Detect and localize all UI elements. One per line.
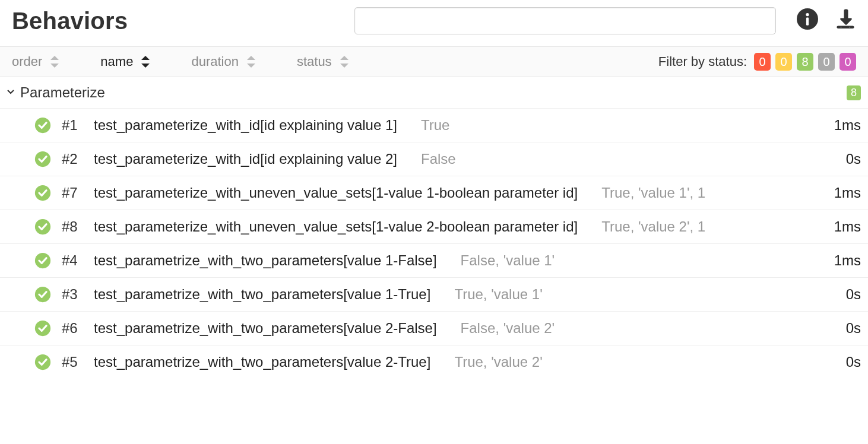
filter-skipped[interactable]: 0 bbox=[818, 53, 835, 71]
svg-point-7 bbox=[35, 185, 50, 201]
svg-point-11 bbox=[35, 321, 50, 336]
info-icon[interactable] bbox=[797, 8, 818, 33]
filter-label: Filter by status: bbox=[658, 54, 747, 69]
search-input[interactable] bbox=[354, 7, 776, 34]
sorter-label: order bbox=[12, 54, 42, 69]
test-order: #5 bbox=[62, 354, 83, 370]
filter-passed[interactable]: 8 bbox=[797, 53, 813, 71]
status-passed-icon bbox=[34, 151, 51, 167]
test-row[interactable]: #1 test_parameterize_with_id[id explaini… bbox=[0, 108, 868, 142]
test-params: True bbox=[421, 117, 449, 134]
test-order: #4 bbox=[62, 252, 83, 269]
test-row[interactable]: #7 test_parameterize_with_uneven_value_s… bbox=[0, 176, 868, 210]
sorter-name[interactable]: name bbox=[100, 54, 150, 69]
test-name: test_parametrize_with_two_parameters[val… bbox=[94, 354, 430, 370]
svg-point-6 bbox=[35, 151, 50, 167]
status-passed-icon bbox=[34, 117, 51, 134]
search-box bbox=[354, 7, 776, 34]
chevron-down-icon bbox=[5, 84, 17, 101]
status-passed-icon bbox=[34, 252, 51, 269]
svg-point-3 bbox=[841, 27, 841, 27]
test-order: #1 bbox=[62, 117, 83, 134]
sort-filter-bar: order name duration status Filter by sta… bbox=[0, 46, 868, 77]
test-name: test_parameterize_with_uneven_value_sets… bbox=[94, 185, 578, 201]
sorter-duration[interactable]: duration bbox=[191, 54, 255, 69]
status-passed-icon bbox=[34, 185, 51, 201]
test-order: #3 bbox=[62, 286, 83, 303]
sorter-label: duration bbox=[191, 54, 239, 69]
test-row[interactable]: #5 test_parametrize_with_two_parameters[… bbox=[0, 345, 868, 379]
sorter-label: status bbox=[297, 54, 332, 69]
svg-point-12 bbox=[35, 354, 50, 370]
test-params: True, 'value 2' bbox=[454, 354, 542, 370]
test-duration: 0s bbox=[846, 354, 861, 370]
test-name: test_parameterize_with_id[id explaining … bbox=[94, 151, 397, 167]
sorter-order[interactable]: order bbox=[12, 54, 59, 69]
test-duration: 0s bbox=[846, 151, 861, 167]
test-duration: 1ms bbox=[834, 252, 861, 269]
filter-unknown[interactable]: 0 bbox=[840, 53, 856, 71]
page-header: Behaviors bbox=[0, 0, 868, 46]
sort-icon bbox=[50, 56, 59, 68]
header-action-icons bbox=[797, 8, 856, 33]
test-order: #8 bbox=[62, 218, 83, 235]
test-order: #6 bbox=[62, 320, 83, 337]
download-icon[interactable] bbox=[835, 8, 856, 33]
test-name: test_parameterize_with_uneven_value_sets… bbox=[94, 218, 578, 235]
svg-point-5 bbox=[35, 118, 50, 133]
sort-icon bbox=[141, 56, 150, 68]
filter-broken[interactable]: 0 bbox=[775, 53, 792, 71]
test-duration: 1ms bbox=[834, 218, 861, 235]
status-passed-icon bbox=[34, 218, 51, 235]
svg-point-4 bbox=[850, 27, 850, 27]
svg-point-9 bbox=[35, 253, 50, 268]
test-row[interactable]: #4 test_parametrize_with_two_parameters[… bbox=[0, 243, 868, 277]
test-params: True, 'value 1', 1 bbox=[601, 185, 705, 201]
group-name: Parameterize bbox=[20, 84, 105, 101]
svg-point-10 bbox=[35, 287, 50, 302]
tests-container: #1 test_parameterize_with_id[id explaini… bbox=[0, 108, 868, 379]
status-passed-icon bbox=[34, 286, 51, 303]
test-params: False bbox=[421, 151, 456, 167]
svg-point-2 bbox=[806, 13, 809, 16]
test-params: False, 'value 2' bbox=[461, 320, 555, 337]
test-name: test_parameterize_with_id[id explaining … bbox=[94, 117, 397, 134]
test-order: #7 bbox=[62, 185, 83, 201]
page-title: Behaviors bbox=[12, 8, 128, 34]
sort-icon bbox=[247, 56, 255, 68]
test-duration: 0s bbox=[846, 286, 861, 303]
test-row[interactable]: #8 test_parameterize_with_uneven_value_s… bbox=[0, 210, 868, 243]
test-name: test_parametrize_with_two_parameters[val… bbox=[94, 320, 437, 337]
sort-icon bbox=[340, 56, 349, 68]
group-count-badge: 8 bbox=[847, 85, 861, 100]
status-passed-icon bbox=[34, 320, 51, 337]
test-duration: 1ms bbox=[834, 185, 861, 201]
test-name: test_parametrize_with_two_parameters[val… bbox=[94, 286, 430, 303]
status-passed-icon bbox=[34, 354, 51, 370]
test-row[interactable]: #2 test_parameterize_with_id[id explaini… bbox=[0, 142, 868, 176]
status-filter-group: Filter by status: 0 0 8 0 0 bbox=[658, 53, 856, 71]
test-row[interactable]: #3 test_parametrize_with_two_parameters[… bbox=[0, 277, 868, 311]
test-name: test_parametrize_with_two_parameters[val… bbox=[94, 252, 437, 269]
filter-failed[interactable]: 0 bbox=[754, 53, 771, 71]
sorter-label: name bbox=[100, 54, 133, 69]
test-params: True, 'value 2', 1 bbox=[601, 218, 705, 235]
test-row[interactable]: #6 test_parametrize_with_two_parameters[… bbox=[0, 311, 868, 345]
test-duration: 0s bbox=[846, 320, 861, 337]
test-params: False, 'value 1' bbox=[461, 252, 555, 269]
group-row-parameterize[interactable]: Parameterize 8 bbox=[0, 77, 868, 108]
sorter-status[interactable]: status bbox=[297, 54, 349, 69]
test-order: #2 bbox=[62, 151, 83, 167]
test-params: True, 'value 1' bbox=[454, 286, 542, 303]
test-duration: 1ms bbox=[834, 117, 861, 134]
svg-point-8 bbox=[35, 219, 50, 234]
svg-rect-1 bbox=[806, 17, 809, 25]
